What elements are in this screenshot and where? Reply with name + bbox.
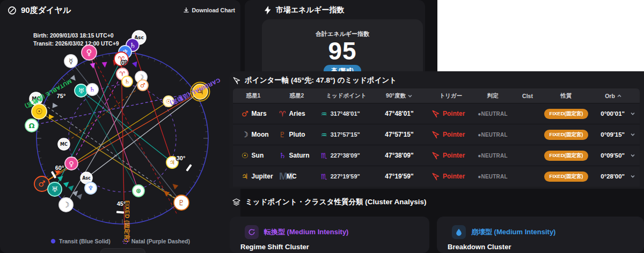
cluster-card-tag: 崩壊型 (Medium Intensity) bbox=[471, 227, 555, 237]
svg-text:♆: ♆ bbox=[88, 184, 94, 192]
lightning-icon bbox=[264, 6, 272, 14]
planet1-cell: ♂Mars bbox=[233, 110, 274, 117]
row-expand-icon[interactable] bbox=[630, 132, 635, 137]
row-expand-icon[interactable] bbox=[630, 153, 635, 158]
svg-text:Ω: Ω bbox=[28, 122, 34, 130]
row-expand-icon[interactable] bbox=[630, 174, 635, 179]
deg90-cell: 47°38'09" bbox=[372, 152, 426, 159]
svg-text:♀: ♀ bbox=[69, 160, 74, 168]
pointer-icon bbox=[431, 110, 440, 118]
planet2-cell: ♄Saturn bbox=[274, 152, 320, 159]
svg-text:♄: ♄ bbox=[90, 86, 96, 93]
midpoint-table-panel: ポインター軸 (45°先: 47.8°) のミッドポイント 惑星1惑星2ミッドポ… bbox=[230, 71, 644, 189]
svg-text:⊕: ⊕ bbox=[136, 187, 141, 195]
svg-text:CARDINAL (活動宮): CARDINAL (活動宮) bbox=[169, 77, 222, 107]
verdict-cell: ●NEUTRAL bbox=[475, 174, 510, 180]
svg-text:♅: ♅ bbox=[52, 185, 58, 194]
column-header[interactable]: 90°度数 bbox=[372, 92, 426, 100]
app-root: 90度ダイヤル Download Chart Birth: 2009/01/03… bbox=[0, 0, 644, 253]
column-header: Clst bbox=[510, 93, 545, 99]
natal-dashed-circle-icon bbox=[122, 239, 128, 244]
planet1-cell: ☽Moon bbox=[233, 131, 274, 138]
svg-text:♀: ♀ bbox=[86, 48, 92, 57]
orb-cell: 0°00'01" bbox=[587, 110, 640, 117]
svg-text:0°: 0° bbox=[121, 59, 127, 66]
dial-panel: 90度ダイヤル Download Chart Birth: 2009/01/03… bbox=[0, 0, 240, 253]
svg-text:☉: ☉ bbox=[35, 107, 42, 116]
midpoint-row[interactable]: ☉Sun ♄Saturn ♏227°38'09" 47°38'09" Point… bbox=[233, 145, 640, 166]
cluster-section-header: ミッドポイント・クラスタ性質分類 (Cluster Analysis) bbox=[232, 197, 427, 207]
energy-panel-title: 市場エネルギー指数 bbox=[276, 5, 344, 15]
orb-cell: 0°09'15" bbox=[587, 131, 640, 138]
planet2-cell: ♈Aries bbox=[274, 110, 320, 117]
dial-chart: Asc♄♆♈♀☿♈♄☽♂♅♄MC☉ΩMC♀♂♅☽Asc♆⊕♇♃☉♃0°30°45… bbox=[0, 0, 240, 253]
midpoint-row[interactable]: ♂Mars ♈Aries ♒317°48'01" 47°48'01" Point… bbox=[233, 103, 640, 124]
layers-icon bbox=[232, 198, 240, 206]
svg-text:MC: MC bbox=[60, 142, 68, 147]
trigger-cell: Pointer bbox=[426, 131, 475, 139]
legend-natal: Natal (Purple Dashed) bbox=[122, 238, 190, 244]
legend-transit: Transit (Blue Solid) bbox=[50, 238, 111, 244]
planet2-cell: ♇Pluto bbox=[274, 131, 320, 138]
nature-cell: FIXED(固定宮) bbox=[545, 109, 587, 119]
midpoint-row[interactable]: ♃Jupiter MCMC ♏227°19'59" 47°19'59" Poin… bbox=[233, 166, 640, 187]
midpoint-table: 惑星1惑星2ミッドポイント90°度数トリガー判定Clst性質Orb ♂Mars … bbox=[233, 88, 640, 187]
svg-text:FIXED (固定宮): FIXED (固定宮) bbox=[124, 200, 130, 242]
column-header: ミッドポイント bbox=[320, 92, 372, 100]
planet1-cell: ☉Sun bbox=[233, 152, 274, 159]
svg-text:♄: ♄ bbox=[125, 78, 130, 85]
pointer-icon bbox=[431, 173, 440, 181]
refresh-icon bbox=[245, 225, 259, 239]
cluster-card-name: Breakdown Cluster bbox=[448, 243, 644, 251]
svg-text:30°: 30° bbox=[177, 155, 186, 161]
nature-cell: FIXED(固定宮) bbox=[545, 130, 587, 140]
transit-dot-icon bbox=[50, 239, 56, 244]
pointer-cursor-icon bbox=[232, 77, 240, 85]
column-header: トリガー bbox=[426, 92, 475, 100]
planet1-cell: ♃Jupiter bbox=[233, 173, 274, 180]
partial-button[interactable] bbox=[100, 248, 145, 253]
svg-text:♂: ♂ bbox=[140, 82, 145, 89]
cluster-card-tag: 転換型 (Medium Intensity) bbox=[264, 227, 348, 237]
column-header: 惑星2 bbox=[274, 92, 320, 100]
midpoint-section-title: ポインター軸 (45°先: 47.8°) のミッドポイント bbox=[245, 76, 397, 85]
midpoint-cell: ♏227°38'09" bbox=[320, 152, 372, 159]
droplet-icon bbox=[452, 225, 466, 239]
cluster-card-breakdown[interactable]: 崩壊型 (Medium Intensity) Breakdown Cluster bbox=[437, 217, 644, 253]
pointer-icon bbox=[431, 131, 440, 139]
svg-text:75°: 75° bbox=[57, 93, 66, 99]
verdict-cell: ●NEUTRAL bbox=[475, 111, 510, 117]
row-expand-icon[interactable] bbox=[630, 111, 635, 116]
column-header: 惑星1 bbox=[233, 92, 274, 100]
svg-text:☿: ☿ bbox=[69, 57, 73, 65]
svg-text:60°: 60° bbox=[55, 165, 64, 171]
verdict-cell: ●NEUTRAL bbox=[475, 153, 510, 159]
deg90-cell: 47°57'15" bbox=[372, 131, 426, 138]
midpoint-section-header: ポインター軸 (45°先: 47.8°) のミッドポイント bbox=[232, 76, 397, 85]
svg-text:♃: ♃ bbox=[170, 159, 175, 166]
column-header[interactable]: Orb bbox=[587, 93, 640, 99]
orb-cell: 0°09'50" bbox=[587, 152, 640, 159]
orb-cell: 0°28'00" bbox=[587, 173, 640, 180]
nature-cell: FIXED(固定宮) bbox=[545, 172, 587, 182]
energy-score-card: 合計エネルギー指数 95 高 (警戒) bbox=[262, 19, 423, 79]
svg-text:♂: ♂ bbox=[38, 179, 45, 189]
midpoint-row[interactable]: ☽Moon ♇Pluto ♒317°57'15" 47°57'15" Point… bbox=[233, 124, 640, 145]
dial-legend: Transit (Blue Solid) Natal (Purple Dashe… bbox=[0, 238, 240, 244]
energy-panel-header: 市場エネルギー指数 bbox=[264, 5, 344, 15]
energy-value: 95 bbox=[262, 38, 423, 64]
cluster-card-regime-shift[interactable]: 転換型 (Medium Intensity) Regime Shift Clus… bbox=[230, 217, 429, 253]
midpoint-cell: ♒317°57'15" bbox=[320, 131, 372, 138]
svg-text:♇: ♇ bbox=[178, 198, 185, 207]
trigger-cell: Pointer bbox=[426, 110, 475, 118]
verdict-cell: ●NEUTRAL bbox=[475, 132, 510, 138]
cluster-card-name: Regime Shift Cluster bbox=[240, 243, 429, 251]
pointer-icon bbox=[431, 152, 440, 160]
midpoint-cell: ♒317°48'01" bbox=[320, 110, 372, 117]
deg90-cell: 47°19'59" bbox=[372, 173, 426, 180]
midpoint-cell: ♏227°19'59" bbox=[320, 173, 372, 180]
column-header: 性質 bbox=[545, 92, 587, 100]
trigger-cell: Pointer bbox=[426, 173, 475, 181]
blank-panel bbox=[437, 0, 644, 72]
deg90-cell: 47°48'01" bbox=[372, 110, 426, 117]
